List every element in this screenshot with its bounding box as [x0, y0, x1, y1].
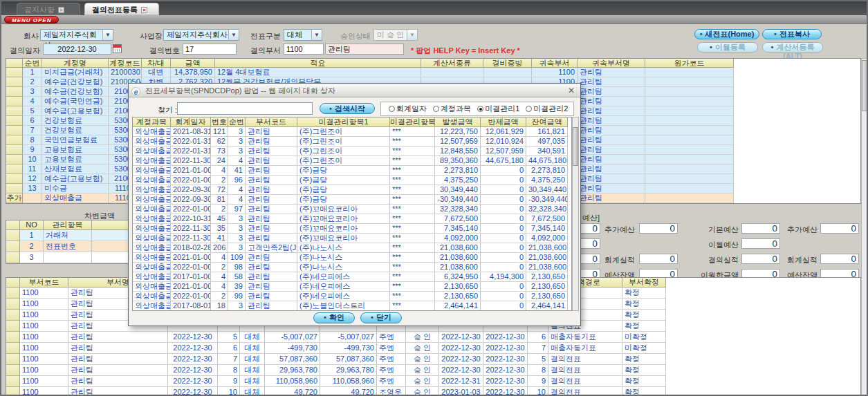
slip-type-select[interactable]: 대체▼ [284, 29, 322, 41]
cell: 승 인 [406, 343, 439, 354]
table-row[interactable]: 외상매출금2022-01-00297관리팀(주)꼬매요코리아***32,328,… [133, 205, 571, 214]
close-icon[interactable]: ✕ [566, 86, 576, 95]
approval-date-input[interactable] [43, 44, 111, 55]
search-start-button[interactable]: 검색시작 [320, 103, 375, 114]
cell: 2017-01-00 [171, 272, 211, 282]
copy-slip-button[interactable]: 전표복사 [762, 29, 822, 39]
help-key-hint: * 팝업 HELP Key = Insert Key * [411, 46, 520, 56]
tab-notice[interactable]: 공지사항× [17, 3, 80, 15]
cell [734, 97, 860, 106]
table-row[interactable]: 외상매출금2022-01-31733관리팀(주)그린조이***12,848,55… [133, 147, 571, 156]
table-row[interactable]: 1100관리팀2022-12-3010대체49,72049,720조영우승 인2… [6, 387, 860, 396]
cell: -5,007,027 [265, 332, 320, 343]
table-row[interactable]: 외상매출금2022-09-30814관리팀(주)금당***-30,349,440… [133, 195, 571, 205]
column-header: 금액 [171, 59, 215, 68]
cell: 외상매출금 [133, 176, 171, 185]
scrollbar-thumb[interactable] [573, 127, 578, 166]
cell: 미지급금(거래처) [42, 68, 109, 77]
cell: 외상매출금 [133, 205, 171, 214]
table-row[interactable]: 외상매출금2021-01-00441관리팀(주)금당***2,273,81002… [133, 166, 571, 176]
cell: 결의전표 [548, 354, 622, 365]
cell: 2,273,810 [435, 166, 481, 176]
main-scrollbar[interactable] [861, 58, 868, 396]
table-row[interactable]: 외상매출금2022-01-00296관리팀(주)금당***4,375,25004… [133, 176, 571, 185]
cell: 340,591 [526, 147, 568, 156]
cell: 12월 4대보험료 [215, 68, 421, 77]
table-row[interactable]: 1100관리팀2022-12-308대체29,963,78029,963,780… [6, 365, 860, 376]
cell: 0 [481, 301, 526, 311]
cell: 관리팀 [246, 205, 297, 214]
cell [734, 77, 860, 87]
cell: 관리팀 [578, 174, 645, 184]
radio-open-mgmt1[interactable] [477, 106, 483, 112]
cell: (주)나노시스 [297, 243, 390, 253]
site-select[interactable]: 제일저지주식회사▼ [163, 29, 239, 41]
company-label: 회사 [24, 31, 39, 41]
cell: 7,672,500 [435, 214, 481, 224]
new-slip-button[interactable]: 새전표(Home) [694, 29, 759, 39]
table-row[interactable]: 1100관리팀2022-12-305대체-5,007,027-5,007,027… [6, 332, 860, 343]
column-header: 발생금액 [435, 117, 481, 127]
table-row[interactable]: 외상매출금2021-01-004109관리팀(주)나노시스***21,038,6… [133, 253, 571, 263]
cell: 2021-01-00 [171, 253, 211, 263]
table-row[interactable]: 외상매출금2022-01-00298관리팀(주)나노시스***21,038,60… [133, 263, 571, 272]
cell: 외상매출금 [133, 243, 171, 253]
column-header: 미결관리항목1 [297, 117, 390, 127]
calendar-icon[interactable] [113, 44, 122, 53]
cell [734, 126, 860, 135]
cell: 161,821 [526, 127, 568, 137]
company-select[interactable]: 제일저지주식회사▼ [40, 29, 113, 41]
tab-slip-register[interactable]: 결의전표등록× [84, 3, 159, 15]
close-button[interactable]: 닫기 [360, 312, 402, 323]
table-row[interactable]: 외상매출금2022-11-30244관리팀(주)그린조이***89,350,36… [133, 156, 571, 166]
column-header: 순번 [228, 117, 246, 127]
scrollbar-thumb[interactable] [862, 60, 867, 111]
radio-open-mgmt2[interactable] [526, 106, 532, 112]
cell: 497,035 [526, 137, 568, 147]
menu-open-badge[interactable]: MENU OPEN [4, 16, 59, 23]
find-input[interactable] [177, 102, 313, 115]
cell: (주)네오피에스 [297, 292, 390, 301]
table-row[interactable]: 외상매출금2017-01-00458관리팀(주)네오피에스***6,324,95… [133, 272, 571, 282]
cell: 외상매출금 [42, 194, 109, 203]
cell: 결의전표 [548, 365, 622, 376]
cell: 32,328,340 [435, 205, 481, 214]
table-row[interactable]: 외상매출금2017-08-01183관리팀(주)노블인더스트리***2,464,… [133, 301, 571, 311]
table-row[interactable]: 외상매출금2022-01-00299관리팀(주)네오피에스***2,130,65… [133, 292, 571, 301]
popup-title-bar[interactable]: e 전표세부항목(SPNDCDPop) 팝업 -- 웹 페이지 대화 상자 ✕ [129, 84, 580, 97]
cell: 관리팀 [578, 135, 645, 145]
popup-scrollbar[interactable] [572, 117, 579, 311]
cell: 관리팀 [578, 97, 645, 106]
table-row[interactable]: 외상매출금2021-08-311213관리팀(주)그린조이***12,223,7… [133, 127, 571, 137]
cell: 121 [211, 127, 228, 137]
table-row[interactable]: 외상매출금2022-09-30724관리팀(주)금당***30,349,4400… [133, 185, 571, 195]
cell: 0 [481, 234, 526, 243]
cell: 관리팀 [246, 147, 297, 156]
radio-account[interactable] [433, 106, 439, 112]
cell: *** [390, 272, 435, 282]
table-row[interactable]: 외상매출금2022-10-31453관리팀(주)꼬매요코리아***7,672,5… [133, 214, 571, 224]
approval-dept-code-input[interactable] [284, 44, 324, 55]
cell [6, 299, 20, 310]
cell: 건강보험료 [42, 126, 109, 135]
table-row[interactable]: 1미지급금(거래처)21000301대변14,378,95012월 4대보험료1… [6, 68, 860, 77]
table-row[interactable]: 외상매출금2022-11-30413관리팀(주)꼬매요코리아***4,092,0… [133, 234, 571, 243]
tab-close-icon[interactable]: × [58, 7, 64, 13]
tab-close-icon[interactable]: × [141, 7, 147, 13]
table-row[interactable]: 1100관리팀2022-12-309대체110,058,960110,058,9… [6, 376, 860, 387]
cell: (주)그린조이 [297, 147, 390, 156]
table-row[interactable]: 1100관리팀2022-12-306대체-499,730-499,730주엔승 … [6, 343, 860, 354]
confirm-button[interactable]: 확인 [313, 312, 355, 323]
table-row[interactable]: 1100관리팀2022-12-307대체57,087,36057,087,360… [6, 354, 860, 365]
slip-no-input[interactable] [183, 44, 237, 55]
table-row[interactable]: 외상매출금2021-01-00439관리팀(주)네오피에스***2,130,65… [133, 282, 571, 292]
table-row[interactable]: 외상매출금2022-11-30353관리팀(주)꼬매요코리아***7,345,1… [133, 224, 571, 234]
cell: 2022-09-30 [171, 195, 211, 205]
radio-acct-date[interactable] [389, 106, 395, 112]
cell [6, 287, 20, 299]
cell: 10 [218, 387, 240, 396]
table-row[interactable]: 외상매출금2022-01-31623관리팀(주)그린조이***12,507,95… [133, 137, 571, 147]
table-row[interactable]: 외상매출금2018-02-282063고객만족2팀(J2(주)나노시스***21… [133, 243, 571, 253]
cell: 관리팀 [578, 68, 645, 77]
cell: 2021-01-00 [171, 282, 211, 292]
